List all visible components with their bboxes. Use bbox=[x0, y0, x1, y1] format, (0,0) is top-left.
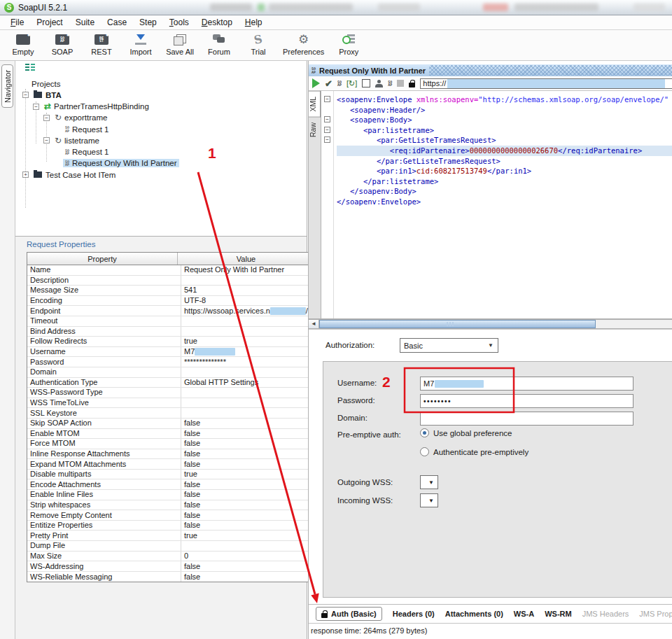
username-field[interactable]: M7 bbox=[420, 377, 634, 391]
create-mock-icon[interactable] bbox=[375, 80, 383, 87]
tree-item-bta[interactable]: −BTA bbox=[22, 90, 64, 100]
table-row-timeout[interactable]: Timeout bbox=[27, 316, 314, 327]
navigator-tab[interactable]: Navigator bbox=[1, 64, 13, 108]
xml-request-editor[interactable]: <soapenv:Envelope xmlns:soapenv="http://… bbox=[334, 91, 672, 318]
toolbar-preferences[interactable]: ⚙Preferences bbox=[283, 33, 324, 56]
menu-help[interactable]: Help bbox=[239, 16, 269, 29]
table-row-max-size[interactable]: Max Size0 bbox=[27, 552, 314, 562]
fold-icon[interactable]: − bbox=[324, 136, 330, 143]
tree-item-projects[interactable]: Projects bbox=[29, 78, 63, 89]
toolbar-forum[interactable]: Forum bbox=[204, 33, 234, 56]
table-row-follow-redirects[interactable]: Follow Redirectstrue bbox=[27, 337, 314, 347]
menu-file[interactable]: File bbox=[4, 16, 30, 29]
tab-ws-a[interactable]: WS-A bbox=[514, 610, 534, 618]
create-empty-icon[interactable] bbox=[362, 79, 370, 87]
tree-item-request-1[interactable]: SOAPRequest 1 bbox=[54, 124, 111, 134]
clone-request-icon[interactable]: SOAP bbox=[388, 80, 392, 87]
toolbar-trial[interactable]: STrial bbox=[244, 33, 273, 56]
table-row-username[interactable]: UsernameM7 bbox=[27, 347, 314, 358]
xml-line: <par:GetListeTramesRequest> bbox=[337, 135, 672, 146]
menu-step[interactable]: Step bbox=[133, 16, 163, 29]
password-field[interactable]: •••••••• bbox=[420, 394, 634, 408]
add-to-testcase-icon[interactable]: SOAP bbox=[337, 80, 342, 87]
tree-item-partnertrameshttpbinding[interactable]: −⇄PartnerTramesHttpBinding bbox=[33, 101, 151, 112]
request-window-titlebar[interactable]: SOAP Request Only With Id Partner bbox=[309, 64, 672, 76]
table-row-domain[interactable]: Domain bbox=[27, 367, 314, 378]
table-row-pretty-print[interactable]: Pretty Printtrue bbox=[27, 531, 314, 541]
toolbar-save-all[interactable]: Save All bbox=[165, 33, 195, 56]
table-row-strip-whitespaces[interactable]: Strip whitespacesfalse bbox=[27, 500, 314, 511]
table-row-bind-address[interactable]: Bind Address bbox=[27, 327, 314, 337]
table-row-encoding[interactable]: EncodingUTF-8 bbox=[27, 296, 314, 307]
expander-icon[interactable]: + bbox=[22, 171, 29, 178]
table-row-wss-password-type[interactable]: WSS-Password Type bbox=[27, 388, 314, 398]
tree-item-request-1[interactable]: SOAPRequest 1 bbox=[54, 147, 111, 157]
table-row-enable-mtom[interactable]: Enable MTOMfalse bbox=[27, 429, 314, 440]
scroll-left-button[interactable]: ◄ bbox=[309, 320, 319, 328]
tab-headers-0[interactable]: Headers (0) bbox=[393, 610, 435, 618]
fold-icon[interactable]: − bbox=[324, 116, 330, 122]
radio-use-global-preference[interactable]: Use global preference bbox=[420, 428, 512, 437]
toolbar-soap[interactable]: SOAPSOAP bbox=[48, 33, 77, 56]
toolbar-proxy[interactable]: Proxy bbox=[334, 33, 363, 56]
menu-suite[interactable]: Suite bbox=[69, 16, 101, 29]
table-row-ws-addressing[interactable]: WS-Addressingfalse bbox=[27, 561, 314, 572]
expander-icon[interactable]: − bbox=[43, 137, 50, 143]
radio-authenticate-preemptively[interactable]: Authenticate pre-emptively bbox=[420, 447, 528, 456]
domain-field[interactable] bbox=[420, 412, 634, 426]
endpoint-url-field[interactable]: https:// bbox=[420, 78, 672, 89]
table-row-entitize-properties[interactable]: Entitize Propertiesfalse bbox=[27, 521, 314, 531]
fold-icon[interactable]: − bbox=[324, 127, 330, 133]
incoming-wss-select[interactable]: ▼ bbox=[420, 493, 438, 507]
radio-selected-icon[interactable] bbox=[420, 428, 429, 437]
recreate-request-icon[interactable]: [↻] bbox=[346, 80, 357, 87]
toolbar-import[interactable]: Import bbox=[126, 33, 155, 56]
menu-project[interactable]: Project bbox=[30, 16, 69, 29]
sort-toggle-icon[interactable] bbox=[25, 64, 36, 71]
table-row-message-size[interactable]: Message Size541 bbox=[27, 286, 314, 296]
table-row-skip-soap-action[interactable]: Skip SOAP Actionfalse bbox=[27, 419, 314, 429]
table-row-enable-inline-files[interactable]: Enable Inline Filesfalse bbox=[27, 490, 314, 500]
table-row-name[interactable]: NameRequest Only With Id Partner bbox=[27, 265, 314, 276]
table-row-encode-attachments[interactable]: Encode Attachmentsfalse bbox=[27, 479, 314, 490]
submit-request-icon[interactable] bbox=[312, 78, 320, 88]
navigator-panel: Projects−BTA−⇄PartnerTramesHttpBinding−↻… bbox=[15, 61, 307, 237]
expander-icon[interactable]: − bbox=[22, 92, 29, 98]
horizontal-scrollbar[interactable]: ◄ bbox=[309, 319, 672, 329]
scrollbar-thumb[interactable] bbox=[319, 320, 596, 328]
expander-icon[interactable]: − bbox=[43, 115, 50, 121]
radio-unselected-icon[interactable] bbox=[420, 447, 429, 456]
table-row-ws-reliable-messaging[interactable]: WS-Reliable Messagingfalse bbox=[27, 572, 314, 582]
tab-xml[interactable]: XML bbox=[309, 91, 321, 118]
toolbar-empty[interactable]: Empty bbox=[8, 33, 38, 56]
menu-desktop[interactable]: Desktop bbox=[195, 16, 239, 29]
table-row-force-mtom[interactable]: Force MTOMfalse bbox=[27, 439, 314, 449]
menu-case[interactable]: Case bbox=[101, 16, 133, 29]
tree-item-exporttrame[interactable]: −↻exporttrame bbox=[43, 113, 109, 123]
table-row-dump-file[interactable]: Dump File bbox=[27, 541, 314, 552]
table-row-endpoint[interactable]: Endpointhttps://wssoap.services.n/... bbox=[27, 306, 314, 316]
tree-item-test-case-hot-item[interactable]: +Test Case Hot ITem bbox=[22, 169, 118, 180]
tree-item-request-only-with-id-partner[interactable]: SOAPRequest Only With Id Partner bbox=[54, 158, 179, 169]
tab-attachments-0[interactable]: Attachments (0) bbox=[445, 610, 503, 618]
tab-auth-basic[interactable]: Auth (Basic) bbox=[316, 607, 382, 621]
tree-item-listetrame[interactable]: −↻listetrame bbox=[43, 135, 102, 146]
tab-ws-rm[interactable]: WS-RM bbox=[545, 610, 572, 618]
table-row-expand-mtom-attachments[interactable]: Expand MTOM Attachmentsfalse bbox=[27, 459, 314, 470]
outgoing-wss-select[interactable]: ▼ bbox=[420, 475, 438, 489]
table-row-inline-response-attachments[interactable]: Inline Response Attachmentsfalse bbox=[27, 449, 314, 460]
toolbar-rest[interactable]: RESTREST bbox=[87, 33, 116, 56]
table-row-authentication-type[interactable]: Authentication TypeGlobal HTTP Settings bbox=[27, 378, 314, 388]
authorization-select[interactable]: Basic ▼ bbox=[400, 338, 498, 353]
menu-tools[interactable]: Tools bbox=[163, 16, 195, 29]
fold-icon[interactable]: − bbox=[324, 96, 330, 102]
table-row-description[interactable]: Description bbox=[27, 276, 314, 286]
tab-raw[interactable]: Raw bbox=[309, 118, 321, 142]
submit-check-icon[interactable]: ✔ bbox=[325, 79, 332, 88]
expander-icon[interactable]: − bbox=[33, 104, 39, 110]
table-row-wss-timetolive[interactable]: WSS TimeToLive bbox=[27, 398, 314, 409]
table-row-ssl-keystore[interactable]: SSL Keystore bbox=[27, 408, 314, 419]
table-row-remove-empty-content[interactable]: Remove Empty Contentfalse bbox=[27, 510, 314, 521]
table-row-disable-multiparts[interactable]: Disable multipartstrue bbox=[27, 470, 314, 480]
table-row-password[interactable]: Password************** bbox=[27, 357, 314, 367]
